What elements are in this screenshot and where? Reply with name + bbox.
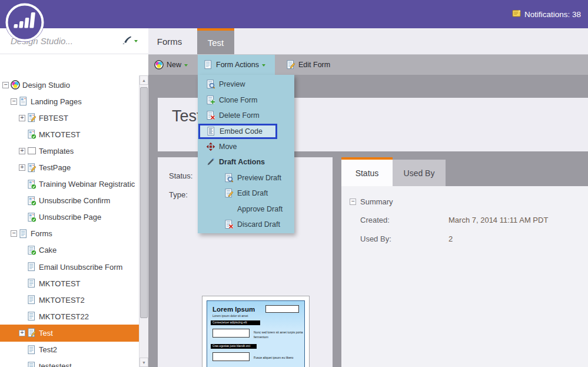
sidebar-item-testestest[interactable]: testestest — [0, 358, 139, 367]
doc-preview-icon — [224, 173, 234, 183]
sidebar-item-label: Design Studio — [22, 81, 70, 90]
form-actions-label: Form Actions — [216, 61, 259, 69]
page-approved-icon — [27, 196, 36, 206]
preview-section-bar: Cras egestas justo blandit orci — [211, 344, 257, 349]
green-caret-icon[interactable] — [134, 40, 138, 42]
scroll-up-button[interactable]: ▲ — [139, 75, 148, 85]
expand-icon[interactable]: + — [19, 330, 25, 336]
pencil-icon — [206, 157, 215, 167]
menu-item-move[interactable]: Move — [198, 139, 294, 155]
doc-approved-icon — [224, 204, 234, 214]
page-approved-icon — [27, 213, 36, 222]
sidebar-item-test[interactable]: +Test — [0, 325, 139, 341]
status-label: Status: — [169, 171, 192, 180]
form-approved-icon — [27, 246, 36, 255]
sidebar-scrollbar[interactable]: ▲ ▼ — [139, 75, 148, 367]
sidebar-item-training-webinar-registratic[interactable]: Training Webinar Registratic — [0, 176, 139, 193]
sidebar-item-label: Unsubscribe Confirm — [39, 196, 110, 205]
expand-icon[interactable]: + — [19, 115, 25, 121]
expand-icon[interactable]: + — [19, 164, 25, 171]
form-preview-thumbnail[interactable]: Lorem Ipsum Lorem ipsum dolor sit amet C… — [202, 296, 310, 367]
collapse-icon[interactable]: − — [11, 230, 17, 237]
type-label: Type: — [169, 190, 188, 199]
page-approved-icon — [27, 180, 36, 189]
menu-item-delete-form[interactable]: Delete Form — [198, 108, 294, 124]
doc-pencil-icon — [224, 189, 234, 198]
sidebar-item-email-unsubscribe-form[interactable]: Email Unsubscribe Form — [0, 259, 139, 275]
menu-item-edit-draft[interactable]: Edit Draft — [198, 186, 294, 201]
sidebar-item-label: Training Webinar Registratic — [39, 180, 135, 189]
edit-form-button[interactable]: Edit Form — [281, 55, 335, 75]
menu-item-label: Draft Actions — [219, 158, 265, 166]
template-icon — [27, 146, 36, 156]
menu-item-approve-draft[interactable]: Approve Draft — [198, 201, 294, 217]
form-actions-button[interactable]: Form Actions — [198, 55, 275, 75]
menu-item-label: Preview Draft — [237, 174, 281, 182]
sidebar-item-unsubscribe-page[interactable]: Unsubscribe Page — [0, 209, 139, 226]
sidebar-item-mktotest22[interactable]: MKTOTEST22 — [0, 308, 139, 325]
sidebar-item-unsubscribe-confirm[interactable]: Unsubscribe Confirm — [0, 193, 139, 209]
tab-bar: Forms Test — [148, 28, 588, 54]
sidebar-item-forms[interactable]: −Forms — [0, 226, 139, 242]
marketo-design-studio-window: Notifications: 38 Design Studio... −Desi… — [0, 0, 588, 367]
sidebar-item-test2[interactable]: Test2 — [0, 342, 139, 358]
preview-input — [212, 352, 250, 361]
expand-icon[interactable]: + — [19, 148, 25, 154]
doc-plus-icon — [206, 95, 215, 105]
tab-forms[interactable]: Forms — [152, 28, 187, 54]
sidebar-item-label: Forms — [31, 229, 52, 238]
menu-item-label: Approve Draft — [237, 205, 283, 213]
sidebar-item-mktotest2[interactable]: MKTOTEST2 — [0, 292, 139, 308]
preview-text: Fusce aliquet ipsum eu libero — [254, 355, 303, 360]
sidebar-item-mktotest[interactable]: MKTOTEST — [0, 275, 139, 292]
preview-subheading: Lorem ipsum dolor sit amet — [212, 314, 248, 318]
preview-input — [265, 305, 299, 313]
new-button[interactable]: New — [150, 55, 192, 75]
collapse-icon[interactable]: − — [11, 98, 17, 105]
menu-item-label: Clone Form — [219, 96, 257, 104]
collapse-icon[interactable]: − — [350, 199, 356, 205]
doc-embed-icon — [207, 127, 216, 136]
marketo-logo-icon[interactable] — [4, 1, 46, 44]
sidebar-item-templates[interactable]: +Templates — [0, 143, 139, 159]
note-icon — [512, 9, 521, 19]
tab-test[interactable]: Test — [197, 28, 234, 54]
toolbar: New Form Actions Edit Form — [148, 54, 588, 75]
form-draft-icon — [27, 328, 36, 338]
green-caret-icon — [184, 64, 188, 67]
sidebar-item-label: MKTOTEST22 — [39, 312, 89, 321]
menu-item-label: Discard Draft — [237, 220, 280, 229]
form-icon — [27, 295, 36, 305]
tab-status[interactable]: Status — [341, 157, 393, 186]
menu-item-preview[interactable]: Preview — [198, 77, 294, 92]
sidebar-item-label: Email Unsubscribe Form — [39, 263, 122, 272]
menu-item-discard-draft[interactable]: Discard Draft — [198, 217, 294, 233]
sidebar-item-label: MKTOTEST — [39, 279, 81, 288]
form-icon — [27, 345, 36, 355]
menu-item-label: Move — [219, 143, 237, 151]
menu-item-label: Delete Form — [219, 111, 260, 120]
scrollbar-thumb[interactable] — [140, 87, 148, 318]
menu-item-embed-code[interactable]: Embed Code — [198, 124, 277, 139]
notifications-button[interactable]: Notifications: 38 — [512, 0, 581, 28]
scroll-down-button[interactable]: ▼ — [139, 358, 148, 367]
doc-delete-icon — [224, 220, 234, 229]
collapse-icon[interactable]: − — [2, 82, 9, 88]
wand-icon[interactable] — [121, 35, 132, 47]
form-icon — [27, 312, 36, 321]
sidebar-item-mktotest[interactable]: MKTOTEST — [0, 126, 139, 143]
menu-item-clone-form[interactable]: Clone Form — [198, 92, 294, 108]
sidebar: Design Studio... −Design Studio−Landing … — [0, 28, 148, 367]
green-caret-icon — [262, 64, 265, 67]
sidebar-item-landing-pages[interactable]: −Landing Pages — [0, 93, 139, 110]
tab-used-by[interactable]: Used By — [393, 160, 446, 186]
new-button-label: New — [167, 61, 181, 69]
menu-item-preview-draft[interactable]: Preview Draft — [198, 170, 294, 186]
menu-item-draft-actions[interactable]: Draft Actions — [198, 154, 294, 170]
sidebar-item-label: Test2 — [39, 345, 57, 354]
sidebar-item-fbtest[interactable]: +FBTEST — [0, 110, 139, 126]
sidebar-item-testpage[interactable]: +TestPage — [0, 159, 139, 176]
sidebar-item-label: Landing Pages — [31, 97, 82, 106]
sidebar-item-cake[interactable]: Cake — [0, 242, 139, 259]
sidebar-item-design-studio[interactable]: −Design Studio — [0, 77, 139, 93]
